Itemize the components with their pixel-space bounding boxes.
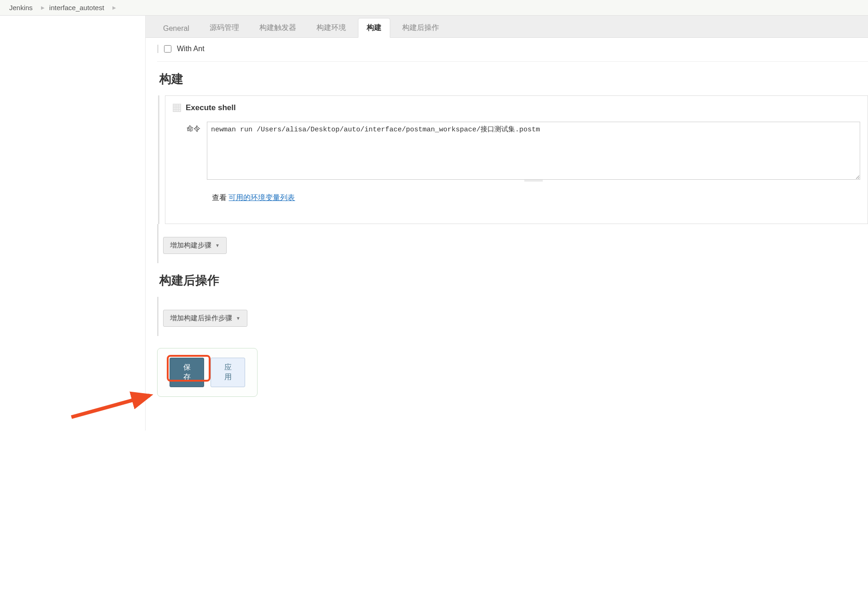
config-tabs: General 源码管理 构建触发器 构建环境 构建 构建后操作	[146, 16, 868, 38]
build-step-title: Execute shell	[186, 103, 236, 112]
breadcrumb: Jenkins ▶ interface_autotest ▶	[0, 0, 868, 16]
with-ant-checkbox-row[interactable]: With Ant	[163, 45, 868, 53]
command-input[interactable]	[207, 122, 860, 180]
add-build-step-button[interactable]: 增加构建步骤 ▼	[163, 237, 227, 254]
apply-button[interactable]: 应用	[211, 358, 245, 387]
command-label: 命令	[187, 124, 200, 133]
env-vars-link[interactable]: 可用的环境变量列表	[229, 194, 295, 201]
tab-general[interactable]: General	[155, 20, 198, 37]
see-label: 查看	[212, 194, 229, 201]
caret-down-icon: ▼	[215, 243, 220, 248]
build-section-title: 构建	[159, 71, 868, 87]
content-area: General 源码管理 构建触发器 构建环境 构建 构建后操作 With An…	[146, 16, 868, 430]
tab-env[interactable]: 构建环境	[308, 18, 354, 37]
breadcrumb-separator-icon: ▶	[112, 5, 116, 10]
save-button[interactable]: 保存	[170, 358, 204, 387]
sidebar	[0, 16, 146, 430]
tab-postbuild[interactable]: 构建后操作	[394, 18, 447, 37]
with-ant-label: With Ant	[177, 45, 205, 53]
add-postbuild-step-label: 增加构建后操作步骤	[170, 314, 232, 323]
tab-build[interactable]: 构建	[358, 18, 390, 38]
breadcrumb-root[interactable]: Jenkins	[9, 4, 33, 12]
build-step-block: Execute shell 命令 查看 可用的环境变量列表	[158, 95, 868, 224]
caret-down-icon: ▼	[236, 316, 240, 321]
drag-handle-icon[interactable]	[173, 104, 181, 112]
add-build-step-label: 增加构建步骤	[170, 241, 211, 250]
tab-scm[interactable]: 源码管理	[201, 18, 247, 37]
bottom-button-bar: 保存 应用	[157, 348, 258, 397]
with-ant-checkbox[interactable]	[164, 45, 171, 53]
tab-triggers[interactable]: 构建触发器	[251, 18, 305, 37]
resize-handle-icon[interactable]	[524, 179, 543, 181]
postbuild-section-title: 构建后操作	[159, 272, 868, 289]
add-postbuild-step-button[interactable]: 增加构建后操作步骤 ▼	[163, 310, 247, 327]
breadcrumb-project[interactable]: interface_autotest	[49, 4, 104, 12]
breadcrumb-separator-icon: ▶	[41, 5, 45, 10]
